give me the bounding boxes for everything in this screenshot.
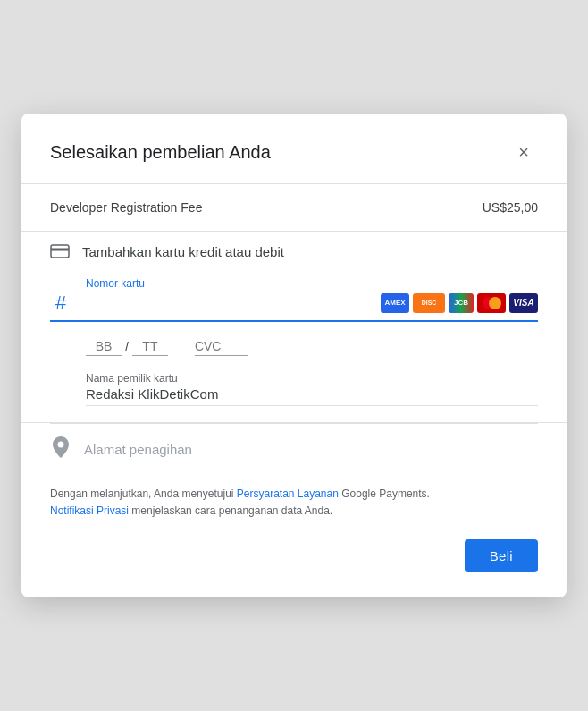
consent-text-1: Dengan melanjutkan, Anda menyetujui bbox=[50, 487, 237, 500]
address-row[interactable]: Alamat penagihan bbox=[50, 423, 538, 470]
card-number-row: # AMEX DISC JCB VISA bbox=[50, 292, 538, 322]
card-form: Nomor kartu # AMEX DISC JCB bbox=[50, 268, 538, 406]
svg-rect-0 bbox=[51, 245, 69, 258]
close-button[interactable]: × bbox=[509, 139, 538, 167]
buy-button[interactable]: Beli bbox=[465, 539, 538, 572]
hash-icon: # bbox=[50, 292, 71, 315]
amex-logo: AMEX bbox=[381, 293, 409, 313]
location-icon bbox=[50, 436, 71, 462]
cvc-input[interactable] bbox=[195, 339, 248, 356]
card-number-input[interactable] bbox=[80, 295, 372, 310]
fee-row: Developer Registration Fee US$25,00 bbox=[50, 184, 538, 231]
fee-label: Developer Registration Fee bbox=[50, 200, 202, 215]
privacy-notice-link[interactable]: Notifikasi Privasi bbox=[50, 504, 129, 517]
visa-logo: VISA bbox=[509, 293, 538, 313]
consent-text-2: Google Payments. bbox=[339, 487, 430, 500]
add-card-section: Tambahkan kartu kredit atau debit bbox=[50, 232, 538, 268]
expiry-field: / bbox=[86, 339, 168, 356]
dialog-title: Selesaikan pembelian Anda bbox=[50, 142, 271, 163]
footer-row: Beli bbox=[50, 539, 538, 572]
card-number-label: Nomor kartu bbox=[86, 277, 538, 290]
credit-card-icon bbox=[50, 244, 70, 258]
expiry-year-input[interactable] bbox=[132, 339, 168, 356]
expiry-month-input[interactable] bbox=[86, 339, 122, 356]
mastercard-logo bbox=[477, 293, 506, 313]
svg-rect-1 bbox=[51, 249, 69, 251]
consent-text: Dengan melanjutkan, Anda menyetujui Pers… bbox=[50, 486, 538, 520]
address-placeholder: Alamat penagihan bbox=[84, 442, 192, 457]
discover-logo: DISC bbox=[413, 293, 445, 313]
cardholder-label: Nama pemilik kartu bbox=[86, 372, 538, 385]
terms-of-service-link[interactable]: Persyaratan Layanan bbox=[237, 487, 339, 500]
consent-text-3: menjelaskan cara penanganan data Anda. bbox=[129, 504, 332, 517]
fee-amount: US$25,00 bbox=[483, 200, 538, 215]
expiry-cvc-row: / bbox=[86, 338, 538, 356]
purchase-dialog: Selesaikan pembelian Anda × Developer Re… bbox=[21, 114, 567, 597]
expiry-separator: / bbox=[125, 340, 129, 356]
cardholder-section: Nama pemilik kartu Redaksi KlikDetikCom bbox=[86, 372, 538, 406]
jcb-logo: JCB bbox=[449, 293, 474, 313]
dialog-header: Selesaikan pembelian Anda × bbox=[50, 139, 538, 167]
card-logos: AMEX DISC JCB VISA bbox=[381, 293, 538, 313]
add-card-label: Tambahkan kartu kredit atau debit bbox=[82, 244, 284, 259]
cvc-field bbox=[195, 338, 248, 356]
cardholder-value: Redaksi KlikDetikCom bbox=[86, 386, 538, 406]
